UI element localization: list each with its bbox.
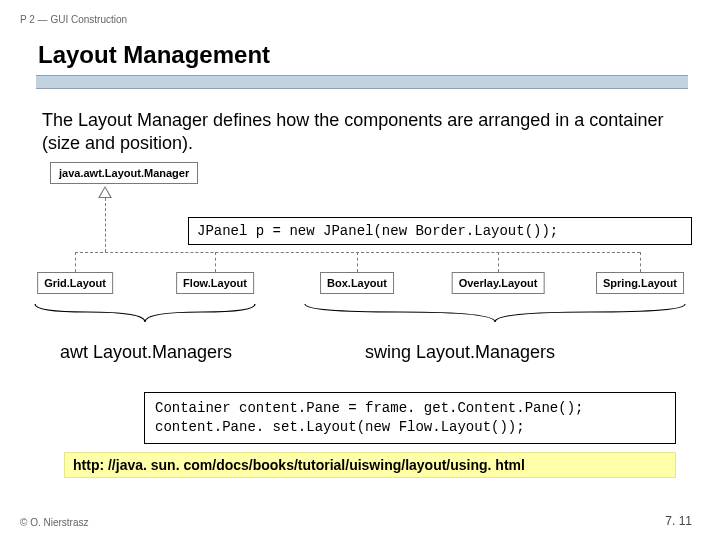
curly-brace-icon — [300, 302, 690, 324]
leaf-class-box: Overlay.Layout — [452, 272, 545, 294]
code-line: content.Pane. set.Layout(new Flow.Layout… — [155, 418, 665, 437]
connector-line — [75, 252, 76, 272]
page-title: Layout Management — [0, 25, 720, 75]
description-text: The Layout Manager defines how the compo… — [0, 89, 720, 154]
code-snippet-container: Container content.Pane = frame. get.Cont… — [144, 392, 676, 444]
breadcrumb: P 2 — GUI Construction — [0, 0, 720, 25]
code-line: Container content.Pane = frame. get.Cont… — [155, 399, 665, 418]
leaf-class-box: Box.Layout — [320, 272, 394, 294]
connector-line — [215, 252, 216, 272]
reference-link[interactable]: http: //java. sun. com/docs/books/tutori… — [64, 452, 676, 478]
page-number: 7. 11 — [665, 514, 692, 528]
connector-line — [498, 252, 499, 272]
connector-line — [357, 252, 358, 272]
inheritance-triangle-icon — [98, 186, 112, 198]
code-snippet-jpanel: JPanel p = new JPanel(new Border.Layout(… — [188, 217, 692, 245]
group-label-swing: swing Layout.Managers — [365, 342, 555, 363]
curly-brace-icon — [30, 302, 260, 324]
title-underline — [36, 75, 688, 89]
leaf-class-box: Spring.Layout — [596, 272, 684, 294]
copyright-text: © O. Nierstrasz — [20, 517, 89, 528]
class-diagram: java.awt.Layout.Manager Grid.Layout Flow… — [20, 162, 700, 392]
leaf-class-box: Grid.Layout — [37, 272, 113, 294]
connector-line — [640, 252, 641, 272]
connector-line — [105, 198, 106, 252]
group-label-awt: awt Layout.Managers — [60, 342, 232, 363]
root-class-box: java.awt.Layout.Manager — [50, 162, 198, 184]
leaf-class-box: Flow.Layout — [176, 272, 254, 294]
